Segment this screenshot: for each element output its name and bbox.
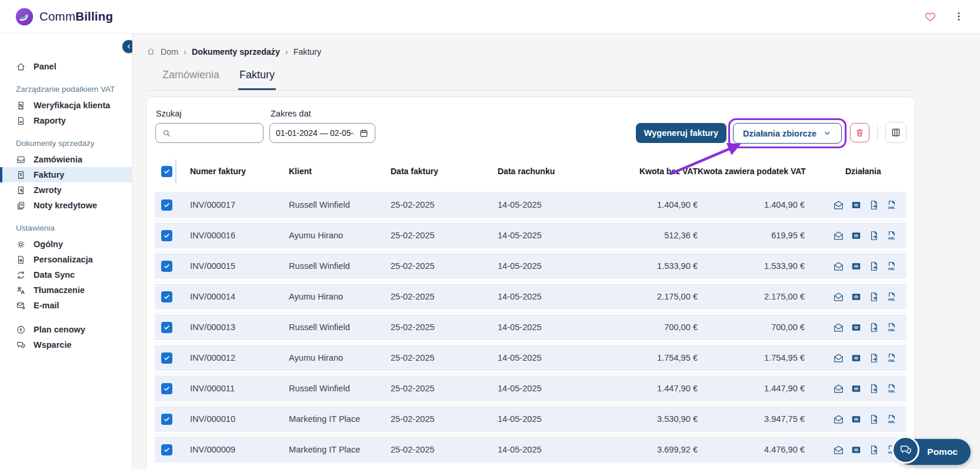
send-email-icon[interactable] — [833, 322, 844, 333]
preview-invoice-icon[interactable] — [851, 444, 862, 455]
sidebar-item-label: Ogólny — [34, 240, 63, 249]
send-email-icon[interactable] — [833, 199, 844, 211]
export-document-icon[interactable] — [868, 444, 879, 455]
table-toolbar: Szukaj Zakres dat 01-01-2024 — 02-05-202 — [155, 97, 906, 143]
row-checkbox[interactable] — [161, 383, 172, 394]
export-document-icon[interactable] — [868, 291, 879, 302]
sidebar-item-reports[interactable]: Raporty — [0, 113, 132, 128]
download-xml-icon[interactable] — [886, 383, 897, 394]
preview-invoice-icon[interactable] — [851, 352, 862, 364]
select-all-checkbox[interactable] — [161, 166, 172, 177]
table-row: INV/000010 Marketing IT Place 25-02-2025… — [155, 406, 906, 432]
sidebar-item-orders[interactable]: Zamówienia — [0, 152, 132, 167]
check-icon — [163, 446, 171, 454]
main-content: Dom › Dokumenty sprzedaży › Faktury Zamó… — [132, 34, 980, 469]
check-icon — [163, 168, 171, 175]
sidebar-item-credit-notes[interactable]: Noty kredytowe — [0, 198, 132, 213]
export-document-icon[interactable] — [868, 261, 879, 272]
column-header-invoice: Numer faktury — [190, 167, 289, 176]
send-email-icon[interactable] — [833, 291, 844, 302]
net-amount-cell: 1.404,90 € — [586, 200, 698, 209]
sidebar-item-pricing-plan[interactable]: Plan cenowy — [0, 322, 132, 337]
export-document-icon[interactable] — [868, 230, 879, 241]
net-amount-cell: 1.754,95 € — [586, 353, 698, 362]
help-button[interactable]: Pomoc — [896, 439, 971, 465]
download-xml-icon[interactable] — [886, 322, 897, 333]
row-select-cell — [155, 414, 190, 425]
row-checkbox[interactable] — [161, 352, 172, 364]
table-row: INV/000011 Russell Winfield 25-02-2025 1… — [155, 375, 906, 401]
preview-invoice-icon[interactable] — [851, 199, 862, 211]
download-xml-icon[interactable] — [886, 261, 897, 272]
sidebar-item-client-verification[interactable]: Weryfikacja klienta — [0, 98, 132, 113]
breadcrumb-home[interactable]: Dom — [161, 47, 178, 56]
brand-logo[interactable]: CommBilling — [15, 8, 113, 26]
row-checkbox[interactable] — [161, 291, 172, 302]
gross-amount-cell: 619,95 € — [698, 231, 805, 240]
client-cell: Ayumu Hirano — [289, 292, 391, 301]
send-email-icon[interactable] — [833, 352, 844, 364]
row-checkbox[interactable] — [161, 444, 172, 455]
help-chat-bubble — [892, 436, 919, 464]
sidebar-item-returns[interactable]: Zwroty — [0, 182, 132, 198]
download-xml-icon[interactable] — [886, 414, 897, 425]
sidebar-item-label: Personalizacja — [34, 255, 93, 264]
send-email-icon[interactable] — [833, 261, 844, 272]
preview-invoice-icon[interactable] — [851, 414, 862, 425]
download-xml-icon[interactable] — [886, 352, 897, 364]
sidebar-item-translation[interactable]: Tłumaczenie — [0, 282, 132, 298]
search-input[interactable] — [176, 128, 257, 138]
sidebar-item-personalization[interactable]: Personalizacja — [0, 252, 132, 267]
generate-invoices-button[interactable]: Wygeneruj faktury — [636, 123, 726, 143]
sidebar-item-data-sync[interactable]: Data Sync — [0, 267, 132, 282]
row-select-cell — [155, 230, 190, 241]
overflow-menu-button[interactable] — [953, 11, 965, 22]
bill-date-cell: 14-05-2025 — [498, 445, 586, 454]
export-document-icon[interactable] — [868, 322, 879, 333]
sidebar-item-support[interactable]: Wsparcie — [0, 337, 132, 352]
download-xml-icon[interactable] — [886, 230, 897, 241]
sidebar-item-general[interactable]: Ogólny — [0, 237, 132, 252]
row-checkbox[interactable] — [161, 230, 172, 241]
tab-orders[interactable]: Zamówienia — [161, 69, 221, 90]
send-email-icon[interactable] — [833, 444, 844, 455]
export-document-icon[interactable] — [868, 199, 879, 211]
table-row: INV/000012 Ayumu Hirano 25-02-2025 14-05… — [155, 345, 906, 371]
tab-invoices[interactable]: Faktury — [238, 69, 276, 90]
preview-invoice-icon[interactable] — [851, 383, 862, 394]
sidebar-item-panel[interactable]: Panel — [0, 59, 132, 74]
sidebar-item-invoices[interactable]: Faktury — [0, 167, 132, 182]
send-email-icon[interactable] — [833, 383, 844, 394]
favorites-button[interactable] — [924, 11, 936, 23]
breadcrumb-invoices[interactable]: Faktury — [294, 47, 321, 56]
preview-invoice-icon[interactable] — [851, 291, 862, 302]
download-xml-icon[interactable] — [886, 199, 897, 211]
chat-icon — [899, 443, 912, 457]
send-email-icon[interactable] — [833, 414, 844, 425]
row-checkbox[interactable] — [161, 199, 172, 211]
row-checkbox[interactable] — [161, 322, 172, 333]
brand-name: CommBilling — [39, 9, 113, 24]
invoice-date-cell: 25-02-2025 — [391, 231, 498, 240]
column-settings-button[interactable] — [885, 122, 906, 143]
breadcrumb-sales-documents[interactable]: Dokumenty sprzedaży — [192, 47, 280, 56]
delete-selected-button[interactable] — [850, 123, 869, 142]
preview-invoice-icon[interactable] — [851, 261, 862, 272]
breadcrumb-home-icon — [146, 47, 155, 56]
export-document-icon[interactable] — [868, 414, 879, 425]
preview-invoice-icon[interactable] — [851, 322, 862, 333]
search-icon — [162, 128, 171, 138]
bulk-actions-button[interactable]: Działania zbiorcze — [733, 123, 842, 144]
export-document-icon[interactable] — [868, 352, 879, 364]
send-email-icon[interactable] — [833, 230, 844, 241]
sidebar-item-email[interactable]: E-mail — [0, 298, 132, 313]
sidebar-item-label: Data Sync — [34, 270, 75, 280]
download-xml-icon[interactable] — [886, 291, 897, 302]
gross-amount-cell: 1.754,95 € — [698, 353, 805, 362]
preview-invoice-icon[interactable] — [851, 230, 862, 241]
export-document-icon[interactable] — [868, 383, 879, 394]
row-checkbox[interactable] — [161, 414, 172, 425]
date-range-input[interactable]: 01-01-2024 — 02-05-202 — [269, 123, 375, 143]
invoice-number-cell: INV/000013 — [190, 322, 289, 332]
row-checkbox[interactable] — [161, 261, 172, 272]
